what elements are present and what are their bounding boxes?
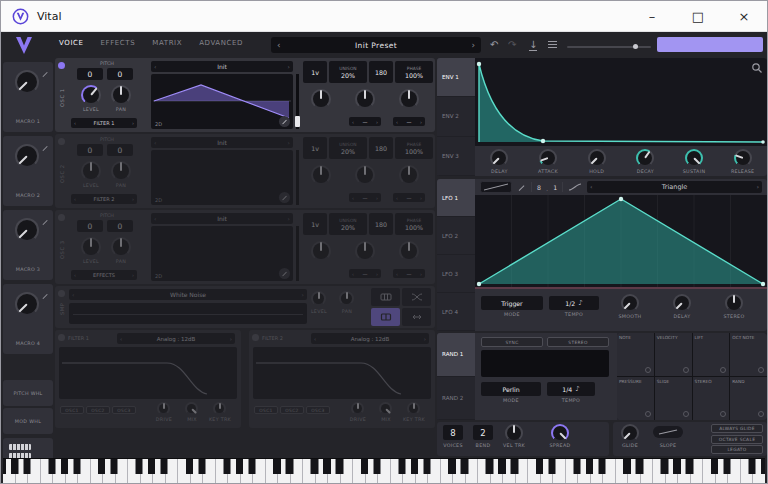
- rand-stereo-toggle[interactable]: STEREO: [547, 337, 609, 347]
- drag-source-icon[interactable]: [758, 367, 764, 373]
- env-release-knob[interactable]: [734, 149, 752, 167]
- spectral-morph-type[interactable]: —: [349, 117, 381, 126]
- piano-black-keys[interactable]: [3, 459, 765, 474]
- lfo-grid-x[interactable]: 8: [537, 184, 541, 191]
- tab-env-2[interactable]: ENV 2: [437, 97, 475, 136]
- osc-2-destination[interactable]: FILTER 2: [71, 194, 137, 204]
- phase-value[interactable]: PHASE100%: [395, 137, 433, 159]
- osc-2-level-knob[interactable]: [81, 161, 101, 181]
- maximize-button[interactable]: □: [675, 1, 721, 31]
- osc-2-wavetable-selector[interactable]: Init: [151, 137, 293, 148]
- filter-2-mix-knob[interactable]: [379, 402, 392, 415]
- preset-next-icon[interactable]: ›: [471, 40, 475, 50]
- vital-logo[interactable]: [13, 34, 35, 56]
- stereo-spread-knob[interactable]: [551, 424, 569, 442]
- filter-2-drive-knob[interactable]: [351, 402, 364, 415]
- distortion-type[interactable]: —: [393, 193, 425, 202]
- frame-slider[interactable]: [296, 74, 299, 129]
- drag-source-icon[interactable]: [758, 411, 764, 417]
- redo-icon[interactable]: ↷: [508, 38, 516, 52]
- input-osc3[interactable]: OSC3: [306, 406, 330, 414]
- tab-advanced[interactable]: ADVANCED: [199, 39, 243, 47]
- undo-icon[interactable]: ↶: [490, 38, 498, 52]
- osc-1-tune[interactable]: 0: [107, 68, 133, 80]
- octave-scale-toggle[interactable]: OCTAVE SCALE: [711, 435, 763, 444]
- sample-waveform-display[interactable]: [69, 303, 307, 324]
- minimize-button[interactable]: –: [629, 1, 675, 31]
- loop-icon[interactable]: [402, 308, 431, 326]
- filter-2-model-selector[interactable]: Analog : 12dB: [311, 333, 429, 344]
- tab-lfo-3[interactable]: LFO 3: [437, 255, 475, 293]
- filter-1-drive-knob[interactable]: [157, 402, 170, 415]
- tab-matrix[interactable]: MATRIX: [152, 39, 182, 47]
- mod-source-oct-note[interactable]: OCT NOTE: [730, 333, 767, 376]
- filter-2-keytrack-knob[interactable]: [407, 402, 420, 415]
- tab-lfo-2[interactable]: LFO 2: [437, 217, 475, 255]
- save-icon[interactable]: ↓: [529, 38, 537, 51]
- mod-source-pressure[interactable]: PRESSURE: [617, 377, 654, 420]
- glide-slope-slider[interactable]: [653, 426, 683, 438]
- osc-2-spectral-morph-knob[interactable]: [355, 165, 375, 185]
- phase-value[interactable]: PHASE100%: [395, 213, 433, 235]
- env-delay-knob[interactable]: [490, 149, 508, 167]
- lfo-smooth-knob[interactable]: [621, 294, 639, 312]
- preset-browser[interactable]: ‹ Init Preset ›: [271, 37, 481, 53]
- osc-2-transpose[interactable]: 0: [77, 144, 103, 156]
- bend-value[interactable]: 2: [473, 425, 493, 440]
- random-phase-icon[interactable]: [402, 288, 431, 306]
- tab-effects[interactable]: EFFECTS: [101, 39, 136, 47]
- mod-source-velocity[interactable]: VELOCITY: [655, 333, 692, 376]
- lfo-delay-knob[interactable]: [673, 294, 691, 312]
- osc-3-destination[interactable]: EFFECTS: [71, 270, 137, 280]
- macro-1-knob[interactable]: [15, 70, 39, 94]
- volume-slider[interactable]: [567, 46, 651, 48]
- macro-2-knob[interactable]: [15, 144, 39, 168]
- osc-3-spectral-morph-knob[interactable]: [355, 241, 375, 261]
- osc-3-level-knob[interactable]: [81, 237, 101, 257]
- phase-random[interactable]: 180: [369, 213, 393, 235]
- lfo-shape-selector[interactable]: Triangle: [587, 181, 762, 193]
- drag-source-icon[interactable]: [645, 411, 651, 417]
- tab-voice[interactable]: VOICE: [59, 39, 84, 47]
- macro-4-knob[interactable]: [15, 292, 39, 316]
- osc-1-distortion-knob[interactable]: [399, 89, 419, 109]
- frame-slider[interactable]: [296, 150, 299, 205]
- edit-pencil-icon[interactable]: [41, 292, 49, 300]
- osc-3-distortion-knob[interactable]: [399, 241, 419, 261]
- osc-1-level-knob[interactable]: [81, 85, 101, 105]
- menu-icon[interactable]: [548, 38, 557, 42]
- unison-detune[interactable]: UNISON20%: [329, 213, 367, 235]
- drag-source-icon[interactable]: [720, 367, 726, 373]
- piano-keyboard[interactable]: [3, 458, 765, 484]
- osc-2-power-button[interactable]: [58, 138, 65, 145]
- tab-rand-1[interactable]: RAND 1: [437, 333, 475, 377]
- env-hold-knob[interactable]: [588, 149, 606, 167]
- filter-2-power-button[interactable]: [252, 334, 259, 341]
- close-button[interactable]: ×: [721, 1, 767, 31]
- wavetable-edit-icon[interactable]: [279, 192, 290, 203]
- osc-2-pan-knob[interactable]: [111, 161, 131, 181]
- filter-1-mix-knob[interactable]: [185, 402, 198, 415]
- phase-random[interactable]: 180: [369, 61, 393, 83]
- velocity-track-knob[interactable]: [505, 424, 523, 442]
- input-osc2[interactable]: OSC2: [86, 406, 110, 414]
- phase-value[interactable]: PHASE100%: [395, 61, 433, 83]
- mod-wheel[interactable]: MOD WHL: [3, 408, 53, 434]
- osc-1-spectral-morph-knob[interactable]: [355, 89, 375, 109]
- osc-3-wavetable-display[interactable]: 2D: [151, 226, 293, 281]
- lfo-shape-preview[interactable]: [480, 181, 512, 193]
- sample-selector[interactable]: White Noise: [69, 289, 307, 300]
- volume-slider-handle[interactable]: [633, 44, 638, 49]
- osc-3-tune[interactable]: 0: [107, 220, 133, 232]
- preset-name[interactable]: Init Preset: [281, 41, 472, 50]
- view-mode-label[interactable]: 2D: [155, 273, 162, 279]
- lfo-grid-y[interactable]: 1: [553, 184, 557, 191]
- mod-source-rand[interactable]: RAND: [730, 377, 767, 420]
- input-osc1[interactable]: OSC1: [254, 406, 278, 414]
- frame-slider[interactable]: [296, 226, 299, 281]
- mod-source-lift[interactable]: LIFT: [693, 333, 730, 376]
- unison-detune[interactable]: UNISON20%: [329, 137, 367, 159]
- distortion-type[interactable]: —: [393, 269, 425, 278]
- drag-source-icon[interactable]: [683, 411, 689, 417]
- osc-1-pan-knob[interactable]: [111, 85, 131, 105]
